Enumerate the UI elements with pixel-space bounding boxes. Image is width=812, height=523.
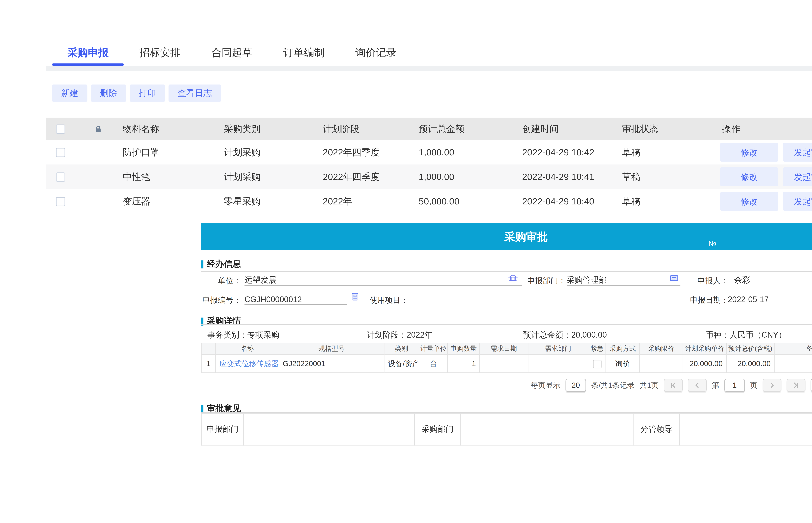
item-model: GJ20220001 <box>279 355 384 373</box>
items-table: 名称 规格型号 类别 计量单位 申购数量 需求日期 需求部门 紧急 采购方式 采… <box>201 343 812 373</box>
tab-bidding-arrange[interactable]: 招标安排 <box>124 41 196 66</box>
material-name-cell: 防护口罩 <box>123 140 159 164</box>
material-name-cell: 中性笔 <box>123 164 150 189</box>
category-cell: 计划采购 <box>224 140 260 164</box>
modify-button[interactable]: 修改 <box>720 192 778 211</box>
items-header-need-dept: 需求部门 <box>528 343 588 354</box>
divider <box>201 271 812 272</box>
first-page-button[interactable] <box>664 379 683 392</box>
page-pre-label: 第 <box>712 380 719 390</box>
total-amount-value: 20,000.00 <box>571 330 607 339</box>
plan-stage-value: 2022年 <box>407 330 432 339</box>
header-est-amount: 预计总金额 <box>419 118 464 140</box>
declare-date-label: 申报日期： <box>690 295 728 306</box>
print-button[interactable]: 打印 <box>130 85 165 102</box>
currency-field: 币种：人民币（CNY） <box>705 330 786 340</box>
prev-page-button[interactable] <box>688 379 707 392</box>
item-need-date <box>480 355 528 373</box>
pagination: 每页显示 20 条/共1条记录 共1页 第 1 页 GO <box>530 379 812 392</box>
currency-value: 人民币（CNY） <box>729 330 786 339</box>
per-page-input[interactable]: 20 <box>565 379 586 392</box>
select-all-checkbox[interactable] <box>56 125 65 133</box>
tab-inquiry-record[interactable]: 询价记录 <box>340 41 412 66</box>
material-name-cell: 变压器 <box>123 189 150 214</box>
header-created-time: 创建时间 <box>522 118 559 140</box>
last-page-icon <box>793 382 799 389</box>
items-header-row: 名称 规格型号 类别 计量单位 申购数量 需求日期 需求部门 紧急 采购方式 采… <box>201 343 812 354</box>
item-price-limit <box>639 355 683 373</box>
tab-order-compile[interactable]: 订单编制 <box>268 41 340 66</box>
select-row-checkbox[interactable] <box>56 173 65 182</box>
amount-cell: 1,000.00 <box>419 140 454 164</box>
created-cell: 2022-04-29 10:42 <box>522 140 594 164</box>
declare-dept-label: 申报部门： <box>527 276 566 286</box>
new-button[interactable]: 新建 <box>52 85 87 102</box>
items-header-index <box>201 343 216 354</box>
item-plan-price: 20,000.00 <box>683 355 726 373</box>
page: 采购申报 招标安排 合同起草 订单编制 询价记录 新建 删除 打印 查看日志 物… <box>0 0 812 523</box>
delete-button[interactable]: 删除 <box>91 85 126 102</box>
transaction-type-value: 专项采购 <box>247 330 279 339</box>
tab-bar: 采购申报 招标安排 合同起草 订单编制 询价记录 <box>52 41 412 66</box>
status-cell: 草稿 <box>622 189 640 214</box>
view-log-button[interactable]: 查看日志 <box>168 85 221 102</box>
items-header-category: 类别 <box>384 343 419 354</box>
status-cell: 草稿 <box>622 140 640 164</box>
unit-input[interactable]: 远望发展 <box>245 275 276 286</box>
document-icon[interactable] <box>351 292 360 302</box>
items-header-model: 规格型号 <box>279 343 384 354</box>
category-cell: 计划采购 <box>224 164 260 189</box>
total-pages-label: 共1页 <box>640 380 659 390</box>
declare-code-input[interactable]: CGJH00000012 <box>245 295 302 304</box>
total-amount-label: 预计总金额： <box>523 330 571 339</box>
item-method: 询价 <box>606 355 639 373</box>
table-row: 防护口罩 计划采购 2022年四季度 1,000.00 2022-04-29 1… <box>46 140 812 164</box>
org-card-icon[interactable] <box>670 274 679 283</box>
created-cell: 2022-04-29 10:41 <box>522 164 594 189</box>
bank-icon[interactable] <box>508 274 518 283</box>
list-header-row: 物料名称 采购类别 计划阶段 预计总金额 创建时间 审批状态 操作 <box>46 118 812 140</box>
start-approval-button[interactable]: 发起审批 <box>783 167 812 186</box>
divider <box>201 412 812 414</box>
transaction-type-label: 事务类别： <box>207 330 247 339</box>
tab-contract-draft[interactable]: 合同起草 <box>196 41 268 66</box>
toolbar: 新建 删除 打印 查看日志 <box>52 85 221 102</box>
stage-cell: 2022年四季度 <box>323 140 380 164</box>
applicant-label: 申报人： <box>698 276 728 286</box>
opinion-purchase-dept-cell <box>461 414 633 445</box>
tab-procurement-declare[interactable]: 采购申报 <box>52 41 124 66</box>
modify-button[interactable]: 修改 <box>720 167 778 186</box>
opinion-declare-dept-label: 申报部门 <box>201 414 243 445</box>
item-need-dept <box>528 355 588 373</box>
modify-button[interactable]: 修改 <box>720 143 778 162</box>
item-name-link[interactable]: 应变式位移传感器 <box>219 359 279 367</box>
items-header-need-date: 需求日期 <box>480 343 528 354</box>
item-category: 设备/资产 <box>384 355 419 373</box>
plan-stage-label: 计划阶段： <box>367 330 407 339</box>
urgent-checkbox[interactable] <box>593 360 601 368</box>
select-row-checkbox[interactable] <box>56 197 65 206</box>
header-operations: 操作 <box>722 118 740 140</box>
detail-section-title-text: 采购详情 <box>207 316 241 327</box>
start-approval-button[interactable]: 发起审批 <box>783 143 812 162</box>
next-page-button[interactable] <box>763 379 781 392</box>
last-page-button[interactable] <box>787 379 806 392</box>
declare-dept-input[interactable]: 采购管理部 <box>566 275 607 286</box>
items-header-method: 采购方式 <box>606 343 639 354</box>
status-cell: 草稿 <box>622 164 640 189</box>
transaction-type-field: 事务类别：专项采购 <box>207 330 279 340</box>
modal-header: 采购审批 № <box>201 223 812 250</box>
items-header-urgent: 紧急 <box>588 343 606 354</box>
lock-icon <box>94 125 102 133</box>
header-category: 采购类别 <box>224 118 260 140</box>
info-section-title: 经办信息 <box>201 259 241 270</box>
go-button[interactable]: GO <box>811 379 812 392</box>
page-input[interactable]: 1 <box>724 379 745 392</box>
items-header-qty: 申购数量 <box>448 343 480 354</box>
start-approval-button[interactable]: 发起审批 <box>783 192 812 211</box>
item-qty: 1 <box>448 355 480 373</box>
approval-modal: 采购审批 № 经办信息 单位： 远望发展 申报部门： 采购管理部 申报人： 余彩 <box>201 223 812 449</box>
select-row-checkbox[interactable] <box>56 148 65 157</box>
opinion-purchase-dept-label: 采购部门 <box>414 414 461 445</box>
header-approval-status: 审批状态 <box>622 118 659 140</box>
